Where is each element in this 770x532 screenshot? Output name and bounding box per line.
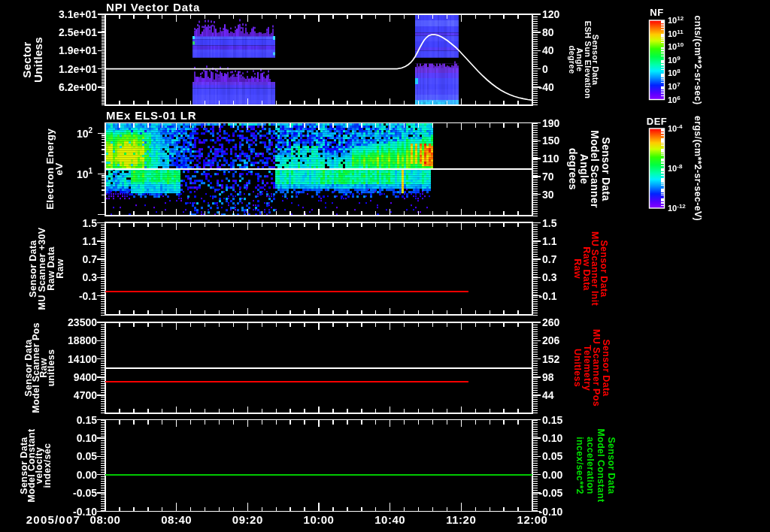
svg-text:12:00: 12:00 [517,513,548,526]
svg-text:1.9e+01: 1.9e+01 [59,44,97,56]
svg-text:0.15: 0.15 [542,414,562,426]
svg-text:109: 109 [668,55,681,65]
svg-text:0.15: 0.15 [77,414,97,426]
svg-text:Unitless: Unitless [572,349,583,387]
svg-text:14100: 14100 [68,353,97,365]
svg-text:NF: NF [650,7,663,18]
svg-text:10:00: 10:00 [304,513,335,526]
svg-text:150: 150 [542,135,560,147]
svg-text:index/sec: index/sec [42,443,53,488]
svg-text:0.10: 0.10 [77,432,97,444]
svg-text:1.2e+01: 1.2e+01 [59,63,97,75]
svg-text:10-4: 10-4 [668,123,683,133]
svg-text:190: 190 [542,117,560,129]
svg-text:2.5e+01: 2.5e+01 [59,26,97,38]
svg-text:0.10: 0.10 [542,432,562,444]
svg-text:cnts/(cm**2-sr-sec): cnts/(cm**2-sr-sec) [693,16,703,105]
svg-text:206: 206 [542,334,560,346]
svg-text:107: 107 [668,81,681,91]
svg-text:0.00: 0.00 [542,469,562,481]
svg-text:Unitless: Unitless [32,37,44,83]
svg-text:10-12: 10-12 [668,203,686,213]
svg-text:110: 110 [542,153,559,165]
svg-text:23500: 23500 [68,316,97,328]
svg-text:-40: -40 [539,81,554,93]
svg-text:Model Constant: Model Constant [596,429,606,503]
svg-text:unitless: unitless [46,349,56,387]
svg-text:4700: 4700 [74,389,97,401]
svg-text:3.1e+01: 3.1e+01 [59,8,97,20]
svg-text:152: 152 [542,353,560,365]
svg-text:1011: 1011 [668,29,684,38]
svg-text:-0.05: -0.05 [73,487,97,499]
svg-text:eV: eV [53,162,65,175]
svg-text:1010: 1010 [668,41,684,51]
svg-text:-0.1: -0.1 [539,290,557,302]
svg-text:260: 260 [542,316,560,328]
svg-text:120: 120 [542,8,560,20]
svg-text:6.2e+00: 6.2e+00 [59,81,97,93]
svg-text:acceleration: acceleration [585,437,596,494]
svg-text:NPI Vector Data: NPI Vector Data [106,1,200,14]
svg-text:70: 70 [542,171,554,183]
svg-text:1.1: 1.1 [542,235,557,247]
svg-text:0.7: 0.7 [83,253,98,265]
svg-text:9400: 9400 [74,371,97,383]
svg-text:Raw: Raw [55,258,65,279]
svg-text:18800: 18800 [68,334,97,346]
svg-text:10:40: 10:40 [374,513,405,526]
svg-text:10-8: 10-8 [668,163,683,173]
svg-text:incex/sec**2: incex/sec**2 [574,437,585,494]
svg-text:degree: degree [568,46,577,74]
svg-text:09:20: 09:20 [232,513,263,526]
svg-text:degrees: degrees [567,148,579,190]
svg-text:-0.05: -0.05 [539,487,563,499]
svg-text:Sensor Data: Sensor Data [606,437,617,494]
svg-text:Raw: Raw [572,258,583,279]
svg-text:108: 108 [668,68,681,77]
svg-text:102: 102 [77,126,93,140]
svg-text:1.5: 1.5 [83,217,98,229]
svg-text:ergs/(cm**2-sr-sec-eV): ergs/(cm**2-sr-sec-eV) [693,116,703,221]
svg-text:11:20: 11:20 [446,513,476,526]
svg-text:0.7: 0.7 [542,253,557,265]
svg-text:0: 0 [542,63,548,75]
svg-text:44: 44 [542,389,554,401]
svg-text:-0.1: -0.1 [79,290,97,302]
svg-text:0.00: 0.00 [77,469,97,481]
svg-text:0.05: 0.05 [77,450,97,462]
svg-text:1012: 1012 [668,15,684,25]
svg-text:1.1: 1.1 [83,235,98,247]
svg-text:106: 106 [668,95,681,104]
svg-text:08:40: 08:40 [161,513,192,526]
svg-text:101: 101 [77,167,93,180]
svg-text:DEF: DEF [647,116,668,127]
svg-text:80: 80 [542,26,554,38]
svg-text:MEx ELS-01 LR: MEx ELS-01 LR [106,109,196,122]
svg-text:40: 40 [542,44,554,56]
svg-text:0.05: 0.05 [542,450,562,462]
svg-text:0.3: 0.3 [83,271,98,283]
svg-text:0.3: 0.3 [542,271,557,283]
svg-text:1.5: 1.5 [542,217,557,229]
svg-text:2005/007: 2005/007 [26,513,80,526]
svg-text:30: 30 [542,189,554,201]
svg-text:98: 98 [542,371,554,383]
svg-text:08:00: 08:00 [90,513,121,526]
